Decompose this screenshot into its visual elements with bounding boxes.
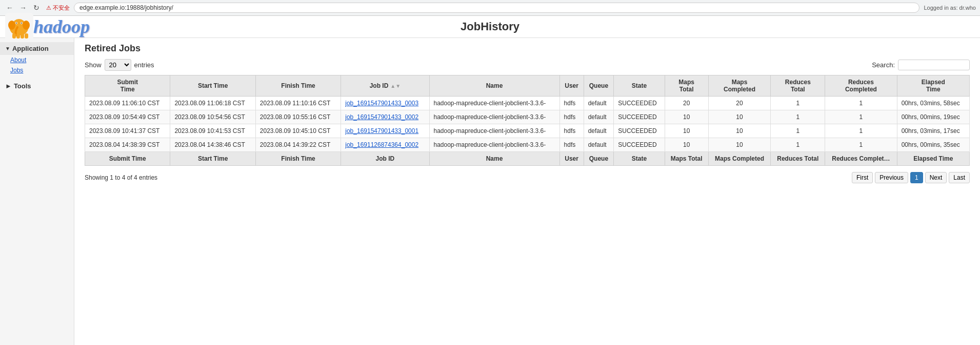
- search-control: Search:: [872, 60, 970, 70]
- page-container: ▼ Application About Jobs ► Tools Retired…: [0, 38, 980, 345]
- cell-state: SUCCEEDED: [614, 110, 665, 124]
- hadoop-elephant-icon: [5, 13, 33, 41]
- footer-reduces-completed: Reduces Complet…: [825, 152, 897, 166]
- refresh-button[interactable]: ↻: [31, 2, 42, 13]
- svg-point-4: [23, 21, 30, 30]
- cell-submit-time: 2023.08.09 10:41:37 CST: [85, 124, 170, 138]
- cell-maps-completed: 10: [708, 124, 771, 138]
- jobs-table: SubmitTime Start Time Finish Time Job ID…: [85, 75, 970, 166]
- forward-button[interactable]: →: [17, 2, 29, 13]
- footer-maps-total: Maps Total: [665, 152, 708, 166]
- cell-job-id[interactable]: job_1691126874364_0002: [341, 138, 429, 152]
- footer-reduces-total: Reduces Total: [771, 152, 825, 166]
- col-queue: Queue: [584, 75, 614, 97]
- svg-rect-12: [25, 33, 28, 39]
- current-page-button[interactable]: 1: [910, 172, 923, 183]
- cell-name: hadoop-mapreduce-client-jobclient-3.3.6-: [429, 110, 559, 124]
- cell-finish-time: 2023.08.09 11:10:16 CST: [255, 97, 341, 110]
- hadoop-logo: hadoop: [5, 13, 90, 41]
- cell-finish-time: 2023.08.04 14:39:22 CST: [255, 138, 341, 152]
- job-id-sort-icon[interactable]: ▲▼: [390, 83, 401, 89]
- application-arrow-icon: ▼: [5, 46, 10, 51]
- col-reduces-completed: ReducesCompleted: [825, 75, 897, 97]
- table-row: 2023.08.04 14:38:39 CST2023.08.04 14:38:…: [85, 138, 970, 152]
- footer-elapsed-time: Elapsed Time: [897, 152, 969, 166]
- sidebar-item-about[interactable]: About: [0, 55, 74, 65]
- back-button[interactable]: ←: [4, 2, 15, 13]
- cell-finish-time: 2023.08.09 10:55:16 CST: [255, 110, 341, 124]
- tools-arrow-icon: ►: [5, 82, 12, 90]
- col-job-id: Job ID ▲▼: [341, 75, 429, 97]
- show-label: Show: [85, 61, 102, 69]
- cell-reduces-completed: 1: [825, 110, 897, 124]
- col-elapsed-time: ElapsedTime: [897, 75, 969, 97]
- col-finish-time: Finish Time: [255, 75, 341, 97]
- next-page-button[interactable]: Next: [925, 172, 947, 183]
- sidebar-item-jobs[interactable]: Jobs: [0, 65, 74, 75]
- col-start-time: Start Time: [170, 75, 255, 97]
- address-bar[interactable]: edge.example.io:19888/jobhistory/: [74, 3, 919, 13]
- cell-job-id[interactable]: job_1691547901433_0002: [341, 110, 429, 124]
- cell-start-time: 2023.08.09 11:06:18 CST: [170, 97, 255, 110]
- cell-maps-total: 10: [665, 138, 708, 152]
- cell-start-time: 2023.08.04 14:38:46 CST: [170, 138, 255, 152]
- cell-job-id[interactable]: job_1691547901433_0003: [341, 97, 429, 110]
- main-content: Retired Jobs Show 20 10 25 50 100 entrie…: [74, 38, 980, 345]
- cell-reduces-total: 1: [771, 124, 825, 138]
- entries-per-page-select[interactable]: 20 10 25 50 100: [105, 59, 131, 71]
- cell-job-id[interactable]: job_1691547901433_0001: [341, 124, 429, 138]
- entries-label: entries: [134, 61, 154, 69]
- nav-buttons[interactable]: ← → ↻: [4, 2, 42, 13]
- cell-reduces-total: 1: [771, 97, 825, 110]
- cell-maps-total: 10: [665, 110, 708, 124]
- footer-maps-completed: Maps Completed: [708, 152, 771, 166]
- cell-queue: default: [584, 124, 614, 138]
- cell-reduces-total: 1: [771, 138, 825, 152]
- cell-reduces-total: 1: [771, 110, 825, 124]
- cell-user: hdfs: [559, 97, 584, 110]
- show-search-row: Show 20 10 25 50 100 entries Search:: [85, 59, 970, 71]
- footer-name: Name: [429, 152, 559, 166]
- cell-queue: default: [584, 110, 614, 124]
- sidebar-application-header[interactable]: ▼ Application: [0, 42, 74, 55]
- table-row: 2023.08.09 10:41:37 CST2023.08.09 10:41:…: [85, 124, 970, 138]
- col-reduces-total: ReducesTotal: [771, 75, 825, 97]
- cell-reduces-completed: 1: [825, 97, 897, 110]
- svg-rect-10: [16, 33, 20, 39]
- cell-maps-completed: 20: [708, 97, 771, 110]
- cell-maps-completed: 10: [708, 138, 771, 152]
- table-header-row: SubmitTime Start Time Finish Time Job ID…: [85, 75, 970, 97]
- cell-name: hadoop-mapreduce-client-jobclient-3.3.6-: [429, 97, 559, 110]
- last-page-button[interactable]: Last: [949, 172, 970, 183]
- section-title: Retired Jobs: [85, 43, 970, 54]
- footer-finish-time: Finish Time: [255, 152, 341, 166]
- sidebar-tools-section: ► Tools: [0, 80, 74, 92]
- cell-submit-time: 2023.08.09 11:06:10 CST: [85, 97, 170, 110]
- show-entries-control: Show 20 10 25 50 100 entries: [85, 59, 154, 71]
- cell-state: SUCCEEDED: [614, 124, 665, 138]
- search-input[interactable]: [898, 60, 970, 70]
- cell-elapsed-time: 00hrs, 00mins, 19sec: [897, 110, 969, 124]
- cell-name: hadoop-mapreduce-client-jobclient-3.3.6-: [429, 138, 559, 152]
- svg-rect-11: [21, 33, 24, 39]
- logged-in-label: Logged in as: dr.who: [924, 5, 976, 11]
- previous-page-button[interactable]: Previous: [875, 172, 908, 183]
- cell-name: hadoop-mapreduce-client-jobclient-3.3.6-: [429, 124, 559, 138]
- footer-queue: Queue: [584, 152, 614, 166]
- table-row: 2023.08.09 10:54:49 CST2023.08.09 10:54:…: [85, 110, 970, 124]
- col-name: Name: [429, 75, 559, 97]
- pagination: First Previous 1 Next Last: [852, 172, 970, 183]
- search-label: Search:: [872, 61, 895, 69]
- hadoop-brand-text: hadoop: [33, 16, 90, 37]
- footer-start-time: Start Time: [170, 152, 255, 166]
- cell-submit-time: 2023.08.09 10:54:49 CST: [85, 110, 170, 124]
- cell-elapsed-time: 00hrs, 03mins, 58sec: [897, 97, 969, 110]
- col-state: State: [614, 75, 665, 97]
- cell-reduces-completed: 1: [825, 138, 897, 152]
- footer-job-id: Job ID: [341, 152, 429, 166]
- sidebar-tools-header[interactable]: ► Tools: [0, 80, 74, 92]
- cell-queue: default: [584, 97, 614, 110]
- first-page-button[interactable]: First: [852, 172, 873, 183]
- cell-maps-total: 10: [665, 124, 708, 138]
- cell-elapsed-time: 00hrs, 03mins, 17sec: [897, 124, 969, 138]
